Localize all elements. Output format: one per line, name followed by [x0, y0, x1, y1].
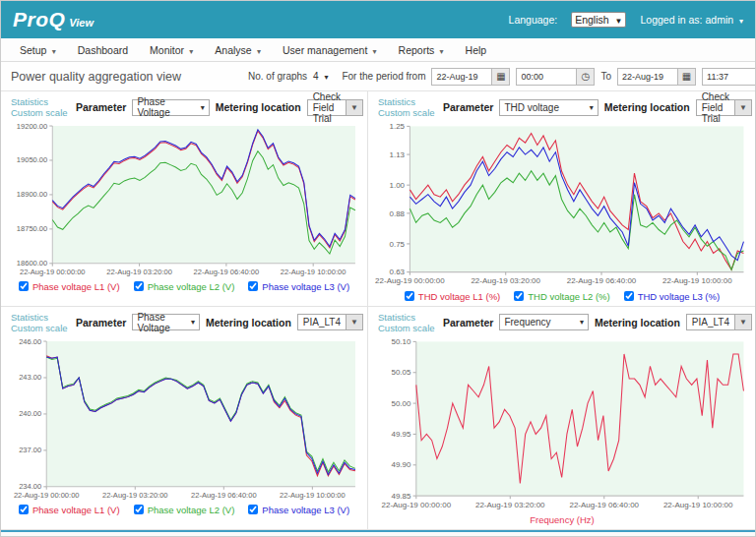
statistics-link[interactable]: Statistics	[378, 312, 437, 323]
menu-item-reports[interactable]: Reports ▾	[390, 41, 453, 59]
svg-text:246.00: 246.00	[19, 336, 41, 345]
legend-item: Phase voltage L2 (V)	[134, 505, 235, 515]
graphs-count-value: 4	[313, 71, 319, 82]
metering-location-dropdown-button[interactable]: ▼	[346, 314, 363, 330]
metering-location-label: Metering location	[604, 101, 690, 113]
chart-legend: Phase voltage L1 (V)Phase voltage L2 (V)…	[5, 502, 363, 518]
graphs-count-label: No. of graphs	[248, 71, 307, 82]
custom-scale-link[interactable]: Custom scale	[11, 107, 70, 118]
statistics-link[interactable]: Statistics	[11, 312, 70, 323]
legend-item: Phase voltage L3 (V)	[248, 505, 349, 515]
from-date-calendar-button[interactable]: ▦	[492, 68, 510, 86]
menu-item-analyse[interactable]: Analyse ▾	[206, 41, 270, 59]
svg-text:50.10: 50.10	[391, 337, 411, 346]
chevron-down-icon: ▾	[739, 17, 743, 26]
menu-item-setup[interactable]: Setup ▾	[11, 41, 65, 59]
to-label: To	[600, 71, 611, 82]
series-visibility-checkbox[interactable]	[405, 291, 414, 301]
metering-location-input[interactable]: Check Field Trial	[307, 99, 346, 116]
legend-item: Phase voltage L1 (V)	[19, 281, 120, 292]
from-time-clock-button[interactable]: ◷	[577, 68, 595, 86]
filter-toolbar: Power quality aggregation view No. of gr…	[1, 62, 755, 91]
custom-scale-link[interactable]: Custom scale	[11, 323, 70, 333]
svg-text:0.63: 0.63	[390, 268, 406, 276]
chevron-down-icon: ▾	[324, 73, 328, 82]
metering-location-input[interactable]: PIA_LT4	[297, 314, 346, 330]
to-date-input[interactable]: 22-Aug-19	[617, 68, 678, 86]
series-visibility-checkbox[interactable]	[514, 291, 524, 301]
to-date-calendar-button[interactable]: ▦	[678, 68, 696, 86]
statistics-link[interactable]: Statistics	[11, 96, 70, 107]
svg-text:1.13: 1.13	[390, 150, 406, 159]
svg-text:22-Aug-19 10:00:00: 22-Aug-19 10:00:00	[280, 490, 346, 499]
chevron-down-icon: ▾	[187, 47, 193, 56]
from-date-input[interactable]: 22-Aug-19	[431, 68, 492, 86]
menu-item-dashboard[interactable]: Dashboard	[69, 41, 137, 59]
menu-item-monitor[interactable]: Monitor ▾	[141, 41, 202, 59]
statistics-link[interactable]: Statistics	[378, 96, 437, 107]
parameter-label: Parameter	[443, 101, 493, 113]
from-time-input[interactable]: 00:00	[516, 68, 577, 86]
svg-text:49.95: 49.95	[391, 430, 411, 439]
svg-text:49.85: 49.85	[391, 491, 411, 500]
legend-label: Phase voltage L1 (V)	[32, 281, 120, 292]
metering-location-dropdown-button[interactable]: ▼	[346, 99, 363, 116]
series-visibility-checkbox[interactable]	[134, 505, 144, 514]
chart-canvas: 19200.0019050.0018900.0018750.0018600.00…	[5, 120, 363, 278]
legend-label: Phase voltage L2 (V)	[148, 505, 235, 515]
svg-text:22-Aug-19 00:00:00: 22-Aug-19 00:00:00	[381, 500, 451, 508]
legend-item: THD voltage L1 (%)	[405, 291, 500, 302]
metering-location-input[interactable]: PIA_LT4	[686, 314, 735, 330]
parameter-select[interactable]: THD voltage ▾	[499, 99, 598, 116]
series-visibility-checkbox[interactable]	[19, 505, 29, 514]
series-visibility-checkbox[interactable]	[134, 281, 144, 291]
svg-text:18750.00: 18750.00	[17, 224, 47, 233]
metering-location-input[interactable]: Check Field Trial	[696, 99, 735, 116]
parameter-value: Frequency	[504, 317, 550, 328]
to-time-input[interactable]: 11:37	[702, 68, 756, 86]
series-visibility-checkbox[interactable]	[624, 291, 634, 301]
chevron-down-icon: ▾	[49, 47, 55, 56]
series-visibility-checkbox[interactable]	[248, 281, 258, 291]
line-chart: 50.1050.0550.0049.9549.9049.8522-Aug-19 …	[372, 335, 752, 511]
svg-text:243.00: 243.00	[19, 373, 41, 382]
menu-item-help[interactable]: Help	[457, 41, 496, 59]
svg-text:240.00: 240.00	[19, 409, 41, 418]
chart-panel-3: Statistics Custom scale Parameter Phase …	[1, 307, 368, 530]
svg-text:22-Aug-19 06:40:00: 22-Aug-19 06:40:00	[191, 490, 257, 499]
language-select[interactable]: English ▼	[571, 12, 626, 28]
svg-text:50.00: 50.00	[391, 398, 411, 407]
metering-location-dropdown-button[interactable]: ▼	[735, 99, 752, 116]
legend-label: THD voltage L3 (%)	[638, 291, 720, 302]
parameter-select[interactable]: Frequency ▾	[499, 314, 589, 330]
chevron-down-icon: ▾	[580, 318, 584, 327]
charts-grid: Statistics Custom scale Parameter Phase …	[1, 91, 755, 530]
clock-icon: ◷	[582, 71, 591, 82]
menu-item-user-management[interactable]: User management ▾	[274, 41, 386, 59]
metering-location-dropdown-button[interactable]: ▼	[735, 314, 752, 330]
legend-label: Frequency (Hz)	[530, 514, 594, 525]
svg-text:22-Aug-19 06:40:00: 22-Aug-19 06:40:00	[569, 500, 639, 508]
svg-text:22-Aug-19 03:20:00: 22-Aug-19 03:20:00	[475, 500, 545, 508]
svg-text:22-Aug-19 00:00:00: 22-Aug-19 00:00:00	[375, 276, 445, 285]
parameter-select[interactable]: Phase Voltage ▾	[132, 99, 209, 116]
custom-scale-link[interactable]: Custom scale	[378, 107, 437, 118]
series-visibility-checkbox[interactable]	[19, 281, 29, 291]
legend-item: Phase voltage L3 (V)	[248, 281, 349, 292]
chart-legend: Frequency (Hz)	[372, 511, 752, 528]
chevron-down-icon: ▾	[255, 47, 261, 56]
logged-in-menu[interactable]: Logged in as: admin ▾	[640, 14, 743, 26]
svg-text:18900.00: 18900.00	[17, 190, 47, 199]
svg-text:22-Aug-19 03:20:00: 22-Aug-19 03:20:00	[471, 276, 540, 285]
svg-text:237.00: 237.00	[19, 446, 41, 454]
parameter-label: Parameter	[76, 101, 126, 113]
legend-item: THD voltage L3 (%)	[624, 291, 720, 302]
period-label: For the period from	[342, 71, 425, 82]
series-visibility-checkbox[interactable]	[248, 505, 258, 514]
graphs-count-select[interactable]: 4 ▾	[313, 71, 328, 82]
svg-text:22-Aug-19 06:40:00: 22-Aug-19 06:40:00	[194, 268, 260, 276]
svg-text:0.75: 0.75	[390, 240, 406, 249]
parameter-select[interactable]: Phase Voltage ▾	[132, 314, 200, 330]
custom-scale-link[interactable]: Custom scale	[378, 323, 437, 333]
parameter-label: Parameter	[443, 317, 493, 328]
